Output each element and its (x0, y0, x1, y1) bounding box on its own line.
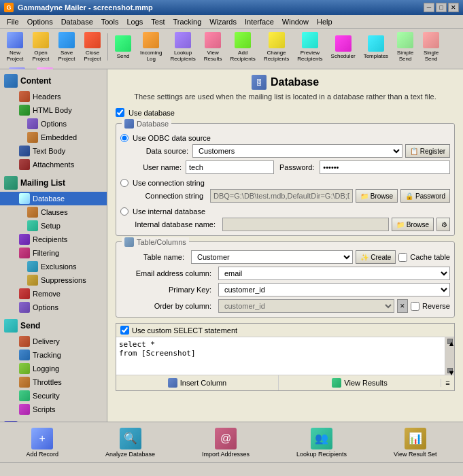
menu-tools[interactable]: Tools (97, 16, 123, 27)
embedded-icon (27, 132, 38, 143)
save-project-button[interactable]: SaveProject (54, 30, 79, 64)
open-project-button[interactable]: OpenProject (29, 30, 53, 64)
sidebar-item-options[interactable]: Options (0, 117, 107, 131)
primary-key-select[interactable]: customer_id (218, 283, 450, 296)
odbc-radio-row: Use ODBC data source (120, 132, 450, 144)
sql-scroll-up[interactable]: ▲ (447, 339, 453, 344)
menu-interface[interactable]: Interface (241, 16, 278, 27)
order-by-select[interactable]: customer_id (218, 299, 394, 313)
username-label: User name: (131, 163, 186, 171)
sidebar-item-tracking[interactable]: Tracking (0, 348, 107, 362)
embedded-label: Embedded (41, 133, 77, 141)
view-results-sql-button[interactable]: View Results (279, 375, 441, 390)
simple-send-button[interactable]: SimpleSend (393, 30, 417, 64)
incoming-log-button[interactable]: IncomingLog (137, 30, 165, 64)
sidebar-item-html-body[interactable]: HTML Body (0, 103, 107, 117)
table-name-label: Table name: (120, 253, 188, 261)
sidebar-item-filtering[interactable]: Filtering (0, 246, 107, 260)
app-icon: G (4, 3, 14, 12)
analyze-database-button[interactable]: 🔍 Analyze Database (99, 426, 161, 460)
templates-button[interactable]: Templates (360, 33, 392, 61)
setup-icon (27, 220, 38, 231)
sql-textarea[interactable]: select * from [Screenshot] (116, 337, 445, 375)
sidebar-item-setup[interactable]: Setup (0, 219, 107, 233)
send-icon (115, 35, 131, 52)
sidebar-item-headers[interactable]: Headers (0, 90, 107, 103)
reverse-checkbox[interactable] (411, 302, 419, 311)
menu-file[interactable]: File (3, 16, 23, 27)
sidebar-item-ml-options[interactable]: Options (0, 301, 107, 314)
menu-help[interactable]: Help (313, 16, 337, 27)
sidebar-item-recipients[interactable]: Recipients (0, 233, 107, 246)
cache-table-checkbox[interactable] (398, 253, 407, 262)
create-table-button[interactable]: ✨ Create (356, 250, 396, 264)
import-addresses-button[interactable]: @ Import Addresses (196, 426, 256, 460)
sidebar-item-embedded[interactable]: Embedded (0, 131, 107, 144)
internal-db-name-input[interactable] (222, 218, 389, 231)
menu-wizards[interactable]: Wizards (205, 16, 241, 27)
custom-sql-checkbox[interactable] (120, 326, 129, 335)
sidebar-item-delivery[interactable]: Delivery (0, 335, 107, 348)
datasource-row: Data source: Customers 📋 Register (131, 144, 450, 158)
add-recipients-button[interactable]: AddRecipients (227, 30, 259, 64)
scheduler-button[interactable]: Scheduler (328, 33, 359, 61)
new-project-button[interactable]: NewProject (3, 30, 27, 64)
minimize-button[interactable]: ─ (424, 3, 434, 12)
sidebar-item-database[interactable]: Database (0, 192, 107, 205)
insert-column-button[interactable]: Insert Column (116, 375, 279, 390)
connection-string-input[interactable] (210, 189, 353, 203)
sidebar-item-clauses[interactable]: Clauses (0, 205, 107, 219)
register-button[interactable]: 📋 Register (405, 144, 450, 158)
sidebar-section-send: Send (0, 317, 107, 335)
lookup-recipients-bottom-button[interactable]: 👥 Lookup Recipients (290, 426, 353, 460)
single-send-button[interactable]: SingleSend (419, 30, 443, 64)
use-database-checkbox[interactable] (116, 108, 124, 117)
datasource-select[interactable]: Customers (192, 144, 402, 158)
main-content: 🗄 Database These settings are used when … (107, 69, 463, 422)
sidebar-section-servers: Servers (0, 419, 107, 422)
view-results-button[interactable]: ViewResults (201, 30, 226, 64)
menu-logs[interactable]: Logs (122, 16, 147, 27)
add-record-button[interactable]: + Add Record (20, 426, 65, 460)
table-name-select[interactable]: Customer (191, 250, 353, 264)
maximize-button[interactable]: □ (436, 3, 447, 12)
menu-tracking[interactable]: Tracking (169, 16, 205, 27)
filtering-label: Filtering (33, 249, 59, 257)
sql-scroll-down[interactable]: ▼ (447, 368, 453, 373)
sql-menu-button[interactable]: ≡ (441, 379, 454, 387)
username-input[interactable] (186, 160, 274, 174)
browse-internal-button[interactable]: 📁 Browse (392, 218, 434, 231)
html-body-label: HTML Body (33, 106, 72, 114)
odbc-radio[interactable] (120, 134, 128, 142)
preview-recipients-button[interactable]: PreviewRecipients (294, 30, 326, 64)
internal-db-label: Use internal database (133, 207, 205, 216)
sidebar-item-attachments[interactable]: Attachments (0, 158, 107, 171)
sidebar-item-throttles[interactable]: Throttles (0, 375, 107, 389)
password-input[interactable] (320, 160, 450, 174)
email-column-select[interactable]: email (218, 267, 450, 280)
sidebar-item-security[interactable]: Security (0, 389, 107, 403)
browse-conn-button[interactable]: 📁 Browse (356, 189, 398, 203)
sidebar-item-text-body[interactable]: Text Body (0, 144, 107, 158)
close-project-button[interactable]: CloseProject (80, 30, 105, 64)
analyze-database-icon: 🔍 (120, 428, 141, 449)
connection-string-radio[interactable] (120, 179, 128, 187)
sidebar-item-scripts[interactable]: Scripts (0, 403, 107, 416)
clear-order-button[interactable]: ✕ (397, 299, 408, 313)
menu-database[interactable]: Database (57, 16, 97, 27)
internal-db-radio[interactable] (120, 207, 128, 216)
password-conn-button[interactable]: 🔒 Password (400, 189, 450, 203)
change-recipients-button[interactable]: ChangeRecipients (260, 30, 292, 64)
menu-window[interactable]: Window (278, 16, 313, 27)
lookup-recipients-button[interactable]: LookupRecipients (167, 30, 199, 64)
sidebar-item-exclusions[interactable]: Exclusions (0, 260, 107, 273)
view-result-set-button[interactable]: 📊 View Result Set (388, 426, 443, 460)
close-button[interactable]: ✕ (448, 3, 459, 12)
menu-options[interactable]: Options (23, 16, 57, 27)
sidebar-item-remove[interactable]: Remove (0, 287, 107, 301)
sidebar-item-logging[interactable]: Logging (0, 362, 107, 375)
internal-extra-button[interactable]: ⚙ (436, 218, 450, 231)
sidebar-item-suppressions[interactable]: Suppressions (0, 273, 107, 287)
send-button[interactable]: Send (111, 33, 135, 61)
menu-test[interactable]: Test (147, 16, 169, 27)
